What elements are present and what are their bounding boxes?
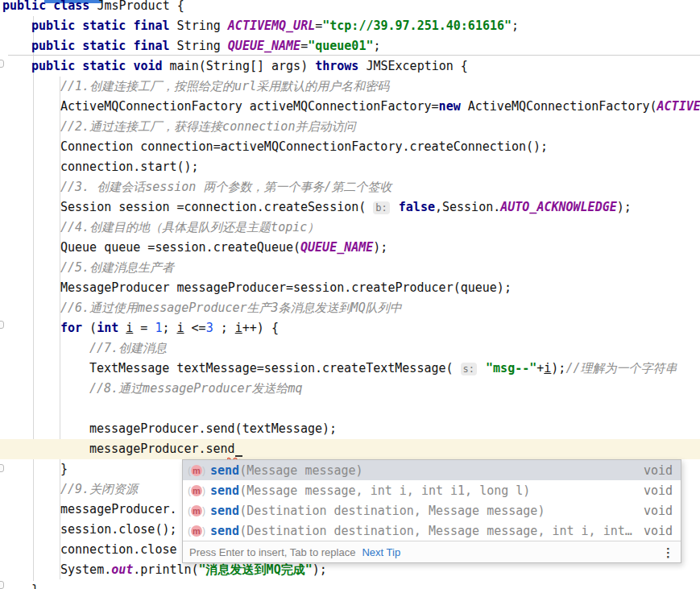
code-token: 3 bbox=[206, 321, 213, 335]
code-token: "msg--" bbox=[486, 361, 536, 375]
code-token: ,Session. bbox=[435, 200, 500, 214]
code-token: ACTIVEMQ_URL bbox=[657, 99, 700, 114]
code-token: //2.通过连接工厂，获得连接connection并启动访问 bbox=[60, 119, 355, 134]
code-line[interactable]: //2.通过连接工厂，获得连接connection并启动访问 bbox=[0, 117, 700, 137]
completion-item[interactable]: msend(Message message)void bbox=[183, 460, 681, 480]
code-token bbox=[118, 321, 126, 335]
code-token: ); bbox=[617, 200, 632, 214]
method-signature: send(Destination destination, Message me… bbox=[210, 524, 634, 538]
code-editor: public class JmsProduct {public static f… bbox=[0, 0, 700, 589]
code-line[interactable]: Connection connection=activeMQConnection… bbox=[0, 137, 700, 157]
code-token: "queue01" bbox=[308, 39, 373, 53]
code-line[interactable]: public static final String ACTIVEMQ_URL=… bbox=[0, 16, 700, 36]
code-token: ( bbox=[82, 321, 97, 335]
method-params: (Destination destination, Message messag… bbox=[239, 524, 632, 538]
footer-hint-text: Press Enter to insert, Tab to replace bbox=[189, 546, 355, 558]
code-token: } bbox=[60, 462, 68, 476]
code-line[interactable]: //8.通过messageProducer发送给mq bbox=[0, 379, 700, 399]
next-tip-link[interactable]: Next Tip bbox=[362, 546, 400, 558]
code-token: MessageProducer messageProducer=session.… bbox=[60, 280, 512, 295]
code-token: //7.创建消息 bbox=[89, 341, 167, 355]
code-line[interactable]: public class JmsProduct { bbox=[0, 0, 700, 16]
completion-item[interactable]: msend(Message message, int i, int i1, lo… bbox=[183, 480, 681, 500]
code-token: i bbox=[177, 321, 184, 335]
code-line[interactable]: messageProducer.send(textMessage); bbox=[0, 419, 700, 439]
code-token: connection.start(); bbox=[60, 160, 199, 174]
code-token: ); bbox=[313, 562, 327, 577]
completion-footer: Press Enter to insert, Tab to replace Ne… bbox=[183, 541, 681, 562]
code-token: ActiveMQConnectionFactory activeMQConnec… bbox=[60, 99, 439, 114]
code-line[interactable]: //1.创建连接工厂，按照给定的url采用默认的用户名和密码 bbox=[0, 77, 700, 97]
return-type: void bbox=[644, 483, 673, 498]
method-icon-letter: m bbox=[191, 505, 202, 516]
method-icon-letter: m bbox=[191, 525, 202, 537]
code-token: throws bbox=[315, 59, 358, 73]
code-token: public static final bbox=[31, 19, 170, 33]
code-token: public class bbox=[2, 0, 89, 13]
code-line[interactable]: Queue queue =session.createQueue(QUEUE_N… bbox=[0, 238, 700, 258]
code-line[interactable]: ActiveMQConnectionFactory activeMQConnec… bbox=[0, 97, 700, 117]
code-token: ; bbox=[162, 321, 176, 335]
code-token: messageProducer.send(textMessage); bbox=[89, 421, 337, 436]
code-token: i bbox=[126, 321, 133, 335]
method-params: (Destination destination, Message messag… bbox=[239, 504, 545, 518]
return-type: void bbox=[644, 524, 673, 538]
method-name: send bbox=[210, 463, 239, 478]
code-token: //9.关闭资源 bbox=[60, 482, 138, 496]
method-name: send bbox=[210, 504, 239, 518]
code-token: <= bbox=[184, 321, 206, 335]
code-token: JMSException { bbox=[358, 59, 467, 73]
code-token: Connection connection=activeMQConnection… bbox=[60, 139, 548, 154]
code-token: false bbox=[399, 200, 435, 214]
code-token: String bbox=[170, 39, 228, 53]
completion-item[interactable]: msend(Destination destination, Message m… bbox=[183, 521, 681, 541]
return-type: void bbox=[644, 504, 673, 518]
completion-item[interactable]: msend(Destination destination, Message m… bbox=[183, 500, 681, 521]
method-icon: m bbox=[188, 485, 205, 496]
code-line[interactable]: //6.通过使用messageProducer生产3条消息发送到MQ队列中 bbox=[0, 298, 700, 318]
code-line[interactable]: messageProducer.send bbox=[0, 439, 700, 459]
code-token: QUEUE_NAME bbox=[228, 39, 300, 53]
code-token bbox=[478, 361, 486, 375]
code-line[interactable]: connection.start(); bbox=[0, 157, 700, 177]
code-line[interactable]: MessageProducer messageProducer=session.… bbox=[0, 278, 700, 298]
code-token: AUTO_ACKNOWLEDGE bbox=[500, 200, 617, 214]
code-token: ; bbox=[213, 321, 235, 335]
code-line[interactable]: //5.创建消息生产者 bbox=[0, 258, 700, 278]
code-token: = bbox=[300, 39, 308, 53]
code-line[interactable]: Session session =connection.createSessio… bbox=[0, 197, 700, 218]
code-token: //5.创建消息生产者 bbox=[60, 260, 174, 275]
code-token: ++) { bbox=[242, 321, 279, 335]
method-signature: send(Message message, int i, int i1, lon… bbox=[210, 483, 634, 498]
code-completion-popup: msend(Message message)voidmsend(Message … bbox=[182, 459, 681, 563]
code-token: ACTIVEMQ_URL bbox=[228, 19, 315, 33]
code-token: QUEUE_NAME bbox=[300, 240, 373, 255]
parameter-hint: s: bbox=[461, 363, 477, 375]
code-line[interactable]: //3. 创建会话session 两个参数，第一个事务/第二个签收 bbox=[0, 177, 700, 197]
method-name: send bbox=[210, 483, 239, 498]
code-token: ActiveMQConnectionFactory( bbox=[461, 99, 657, 114]
more-options-icon[interactable]: ⋮ bbox=[662, 546, 674, 558]
code-token: "tcp://39.97.251.40:61616" bbox=[322, 19, 512, 33]
code-line[interactable]: TextMessage textMessage=session.createTe… bbox=[0, 359, 700, 379]
code-token: Queue queue =session.createQueue( bbox=[60, 240, 300, 255]
code-token: ; bbox=[373, 39, 380, 53]
code-token: messageProducer. bbox=[60, 502, 177, 516]
method-icon: m bbox=[188, 505, 205, 516]
method-params: (Message message, int i, int i1, long l) bbox=[239, 483, 530, 498]
code-token: public static void bbox=[31, 59, 163, 73]
code-line[interactable]: public static final String QUEUE_NAME="q… bbox=[0, 36, 700, 56]
method-icon: m bbox=[188, 465, 205, 476]
code-token: public static final bbox=[31, 39, 170, 53]
code-line[interactable]: //7.创建消息 bbox=[0, 338, 700, 359]
code-line[interactable] bbox=[0, 399, 700, 419]
code-token: = bbox=[315, 19, 322, 33]
code-line[interactable]: //4.创建目的地（具体是队列还是主题topic） bbox=[0, 218, 700, 238]
code-line[interactable]: for (int i = 1; i <=3 ; i++) { bbox=[0, 318, 700, 338]
code-line[interactable]: public static void main(String[] args) t… bbox=[0, 56, 700, 77]
code-token: out bbox=[111, 562, 133, 577]
parameter-hint: b: bbox=[373, 201, 389, 214]
code-token bbox=[391, 200, 399, 214]
code-line[interactable]: } bbox=[0, 580, 700, 589]
code-token: String bbox=[170, 19, 228, 33]
